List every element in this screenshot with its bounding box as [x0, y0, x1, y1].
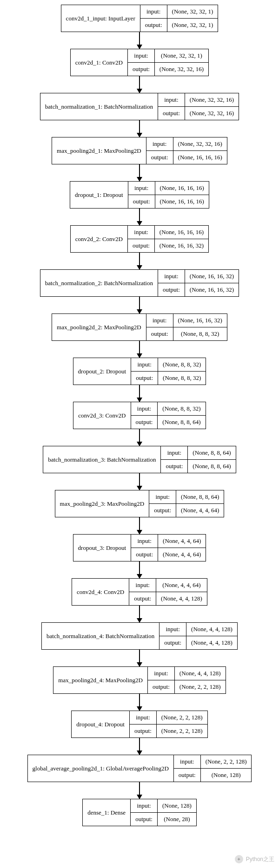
io-label-column: input:output:	[128, 226, 155, 252]
layer-node: conv2d_3: Conv2Dinput:output:(None, 8, 8…	[73, 402, 206, 429]
arrow-down-icon	[139, 253, 140, 269]
arrow-down-icon	[139, 694, 140, 711]
io-label-column: input:output:	[146, 137, 173, 164]
output-label: output:	[159, 636, 186, 649]
io-label-column: input:output:	[140, 5, 167, 32]
input-shape: (None, 32, 32, 1)	[155, 49, 208, 62]
input-shape: (None, 2, 2, 128)	[201, 755, 252, 768]
io-shape-column: (None, 4, 4, 64)(None, 4, 4, 64)	[158, 535, 206, 561]
input-label: input:	[158, 93, 185, 106]
output-shape: (None, 32, 32, 1)	[167, 18, 218, 32]
arrow-down-icon	[139, 606, 140, 622]
layer-name: batch_normalization_2: BatchNormalizatio…	[40, 270, 158, 296]
input-shape: (None, 8, 8, 64)	[176, 490, 224, 503]
io-shape-column: (None, 128)(None, 28)	[158, 799, 196, 826]
io-label-column: input:output:	[161, 446, 188, 473]
io-shape-column: (None, 8, 8, 32)(None, 8, 8, 32)	[158, 358, 206, 385]
input-shape: (None, 4, 4, 128)	[175, 667, 226, 680]
layer-node: conv2d_1_input: InputLayerinput:output:(…	[61, 5, 219, 32]
layer-node: conv2d_1: Conv2Dinput:output:(None, 32, …	[70, 49, 209, 76]
output-label: output:	[130, 724, 156, 737]
layer-name: dropout_4: Dropout	[72, 711, 130, 737]
layer-node: batch_normalization_3: BatchNormalizatio…	[43, 446, 236, 473]
layer-node: max_pooling2d_2: MaxPooling2Dinput:outpu…	[52, 313, 227, 341]
io-shape-column: (None, 16, 16, 32)(None, 8, 8, 32)	[173, 314, 227, 340]
output-shape: (None, 2, 2, 128)	[157, 724, 207, 737]
input-shape: (None, 2, 2, 128)	[157, 711, 207, 724]
layer-node: conv2d_2: Conv2Dinput:output:(None, 16, …	[70, 225, 209, 253]
layer-node: batch_normalization_2: BatchNormalizatio…	[40, 269, 239, 297]
layer-name: conv2d_1: Conv2D	[71, 49, 128, 76]
input-shape: (None, 16, 16, 32)	[173, 314, 227, 327]
input-label: input:	[161, 446, 187, 459]
input-label: input:	[159, 623, 186, 636]
layer-node: dense_1: Denseinput:output:(None, 128)(N…	[82, 799, 197, 826]
output-shape: (None, 8, 8, 32)	[173, 327, 227, 340]
io-label-column: input:output:	[159, 623, 186, 649]
arrow-down-icon	[139, 473, 140, 490]
arrow-down-icon	[139, 738, 140, 755]
layer-name: conv2d_1_input: InputLayer	[61, 5, 140, 32]
layer-name: conv2d_3: Conv2D	[73, 402, 131, 429]
output-shape: (None, 16, 16, 16)	[155, 195, 209, 208]
arrow-down-icon	[139, 385, 140, 402]
output-label: output:	[129, 592, 156, 605]
output-label: output:	[146, 327, 173, 340]
output-shape: (None, 4, 4, 128)	[156, 592, 207, 605]
io-shape-column: (None, 2, 2, 128)(None, 2, 2, 128)	[157, 711, 207, 737]
layer-node: batch_normalization_4: BatchNormalizatio…	[41, 622, 238, 650]
output-shape: (None, 28)	[158, 812, 196, 826]
io-label-column: input:output:	[174, 755, 201, 782]
io-label-column: input:output:	[131, 402, 158, 429]
io-shape-column: (None, 32, 32, 16)(None, 16, 16, 16)	[173, 137, 227, 164]
output-shape: (None, 8, 8, 64)	[158, 415, 205, 429]
layer-name: conv2d_4: Conv2D	[72, 579, 129, 605]
arrow-down-icon	[139, 164, 140, 181]
layer-node: dropout_1: Dropoutinput:output:(None, 16…	[70, 181, 209, 209]
io-shape-column: (None, 16, 16, 16)(None, 16, 16, 16)	[155, 182, 209, 208]
output-label: output:	[131, 812, 157, 826]
layer-name: max_pooling2d_4: MaxPooling2D	[53, 667, 148, 693]
arrow-down-icon	[139, 76, 140, 93]
input-label: input:	[130, 711, 156, 724]
layer-name: dropout_2: Dropout	[73, 358, 132, 385]
io-label-column: input:output:	[158, 270, 185, 296]
output-label: output:	[149, 503, 176, 517]
layer-name: dense_1: Dense	[83, 799, 131, 826]
input-label: input:	[174, 755, 200, 768]
input-shape: (None, 8, 8, 32)	[158, 358, 206, 371]
layer-node: batch_normalization_1: BatchNormalizatio…	[40, 93, 239, 120]
input-shape: (None, 8, 8, 32)	[158, 402, 205, 415]
layer-node: conv2d_4: Conv2Dinput:output:(None, 4, 4…	[72, 578, 207, 606]
output-label: output:	[128, 62, 154, 76]
input-label: input:	[146, 314, 173, 327]
io-label-column: input:output:	[131, 358, 158, 385]
output-label: output:	[131, 548, 158, 561]
input-shape: (None, 32, 32, 16)	[173, 137, 227, 150]
io-shape-column: (None, 8, 8, 32)(None, 8, 8, 64)	[158, 402, 205, 429]
input-label: input:	[128, 226, 154, 239]
input-label: input:	[129, 579, 156, 592]
arrow-down-icon	[139, 650, 140, 666]
io-shape-column: (None, 8, 8, 64)(None, 4, 4, 64)	[176, 490, 224, 517]
io-label-column: input:output:	[146, 314, 173, 340]
input-shape: (None, 4, 4, 64)	[158, 535, 206, 548]
output-shape: (None, 8, 8, 32)	[158, 371, 206, 385]
layer-name: batch_normalization_1: BatchNormalizatio…	[40, 93, 158, 120]
io-shape-column: (None, 32, 32, 1)(None, 32, 32, 1)	[167, 5, 218, 32]
arrow-down-icon	[139, 120, 140, 137]
output-label: output:	[146, 150, 173, 164]
output-shape: (None, 2, 2, 128)	[175, 680, 226, 693]
input-label: input:	[131, 799, 157, 812]
output-shape: (None, 16, 16, 32)	[185, 283, 239, 296]
input-shape: (None, 16, 16, 32)	[185, 270, 239, 283]
arrow-down-icon	[139, 782, 140, 799]
layer-name: max_pooling2d_1: MaxPooling2D	[52, 137, 146, 164]
input-shape: (None, 4, 4, 128)	[186, 623, 237, 636]
input-label: input:	[149, 490, 176, 503]
layer-name: dropout_3: Dropout	[73, 535, 132, 561]
output-label: output:	[174, 768, 200, 782]
input-shape: (None, 16, 16, 16)	[155, 226, 208, 239]
io-shape-column: (None, 16, 16, 16)(None, 16, 16, 32)	[155, 226, 208, 252]
layer-node: dropout_3: Dropoutinput:output:(None, 4,…	[73, 534, 206, 561]
